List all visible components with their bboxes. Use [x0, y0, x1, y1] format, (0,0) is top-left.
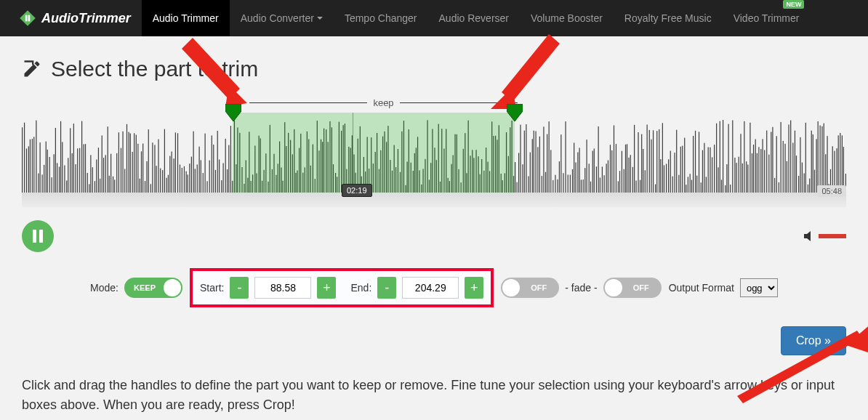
svg-rect-35 — [72, 153, 73, 193]
svg-rect-106 — [206, 181, 207, 193]
svg-marker-8 — [846, 323, 868, 352]
svg-rect-1 — [25, 15, 28, 22]
volume-icon — [804, 231, 816, 241]
svg-rect-64 — [126, 124, 127, 193]
svg-rect-383 — [730, 185, 731, 193]
svg-rect-401 — [764, 150, 765, 193]
svg-rect-287 — [547, 134, 547, 193]
svg-rect-117 — [228, 145, 229, 193]
svg-rect-417 — [796, 156, 797, 193]
svg-rect-78 — [152, 142, 153, 193]
nav-video-trimmer[interactable]: Video Trimmer — [723, 0, 811, 36]
svg-rect-274 — [522, 164, 523, 193]
svg-rect-341 — [651, 140, 651, 193]
end-increment-button[interactable]: + — [465, 277, 483, 299]
svg-rect-419 — [800, 137, 800, 193]
svg-rect-425 — [811, 131, 812, 193]
svg-rect-307 — [586, 140, 587, 193]
svg-marker-445 — [225, 104, 241, 121]
crop-button[interactable]: Crop » — [781, 326, 846, 355]
svg-rect-420 — [802, 163, 803, 193]
end-time-input[interactable] — [402, 277, 459, 299]
playhead[interactable] — [353, 113, 353, 193]
svg-rect-17 — [38, 174, 39, 193]
svg-rect-40 — [81, 121, 82, 193]
svg-rect-96 — [188, 174, 188, 193]
start-time-input[interactable] — [254, 277, 311, 299]
top-nav: AudioTrimmer Audio Trimmer Audio Convert… — [0, 0, 868, 36]
mode-toggle[interactable]: KEEP — [124, 278, 182, 298]
svg-rect-364 — [695, 131, 696, 193]
nav-royalty-free-music[interactable]: Royalty Free Music — [614, 0, 723, 36]
pause-button[interactable] — [22, 220, 54, 252]
svg-rect-360 — [688, 177, 688, 193]
nav-audio-reverser[interactable]: Audio Reverser — [428, 0, 521, 36]
svg-rect-313 — [598, 126, 599, 193]
svg-rect-81 — [158, 140, 158, 193]
svg-rect-302 — [577, 153, 578, 193]
selection-handle-start[interactable] — [225, 104, 241, 121]
end-label: End: — [350, 282, 371, 294]
svg-rect-61 — [121, 148, 121, 193]
svg-rect-275 — [524, 131, 525, 193]
svg-rect-350 — [668, 159, 669, 193]
svg-rect-330 — [630, 155, 631, 193]
playhead-time: 02:19 — [342, 184, 372, 197]
svg-rect-109 — [213, 145, 214, 193]
svg-rect-346 — [660, 159, 661, 193]
svg-rect-406 — [774, 178, 775, 193]
selection-handle-end[interactable] — [507, 104, 523, 121]
nav-volume-booster[interactable]: Volume Booster — [520, 0, 614, 36]
svg-rect-11 — [26, 148, 27, 193]
nav-audio-trimmer[interactable]: Audio Trimmer — [142, 0, 230, 36]
svg-rect-279 — [532, 139, 533, 193]
svg-rect-63 — [124, 169, 125, 193]
volume-control[interactable] — [804, 231, 846, 241]
svg-rect-79 — [154, 145, 155, 193]
nav-tempo-changer[interactable]: Tempo Changer — [334, 0, 428, 36]
nav-audio-converter[interactable]: Audio Converter — [230, 0, 334, 36]
output-format-select[interactable]: ogg — [740, 278, 778, 297]
svg-rect-22 — [47, 150, 48, 193]
svg-rect-393 — [750, 123, 750, 193]
svg-rect-351 — [670, 151, 671, 193]
svg-rect-328 — [627, 144, 627, 193]
svg-rect-23 — [49, 157, 50, 193]
svg-rect-9 — [22, 127, 23, 193]
svg-rect-105 — [205, 134, 206, 193]
svg-rect-293 — [559, 161, 560, 193]
svg-rect-334 — [638, 132, 638, 193]
brand-logo[interactable]: AudioTrimmer — [18, 9, 131, 28]
svg-rect-92 — [180, 164, 180, 193]
svg-rect-28 — [59, 166, 60, 193]
svg-rect-25 — [54, 154, 55, 193]
svg-rect-38 — [77, 148, 78, 193]
svg-rect-59 — [116, 153, 117, 193]
svg-rect-374 — [714, 145, 715, 193]
svg-rect-291 — [555, 175, 555, 193]
svg-rect-411 — [784, 144, 785, 193]
svg-rect-44 — [89, 184, 89, 193]
svg-rect-371 — [708, 147, 709, 193]
logo-icon — [18, 9, 37, 28]
svg-rect-354 — [676, 130, 677, 193]
svg-rect-395 — [753, 145, 754, 193]
svg-rect-286 — [545, 172, 546, 193]
svg-rect-16 — [36, 121, 36, 193]
svg-rect-95 — [186, 171, 187, 193]
waveform-area[interactable]: 02:19 05:48 — [22, 113, 846, 207]
svg-rect-74 — [145, 181, 145, 193]
start-increment-button[interactable]: + — [317, 277, 336, 299]
svg-rect-88 — [172, 152, 172, 193]
time-inputs-highlight: Start: - + End: - + — [190, 268, 494, 307]
volume-slider[interactable] — [819, 234, 846, 238]
start-decrement-button[interactable]: - — [230, 277, 249, 299]
svg-rect-87 — [169, 156, 170, 193]
svg-rect-385 — [734, 158, 735, 193]
selection-region[interactable] — [233, 113, 515, 193]
svg-rect-12 — [28, 146, 29, 193]
fade-out-toggle[interactable]: OFF — [603, 278, 662, 298]
fade-in-toggle[interactable]: OFF — [501, 278, 559, 298]
end-decrement-button[interactable]: - — [377, 277, 396, 299]
svg-rect-56 — [110, 154, 111, 193]
